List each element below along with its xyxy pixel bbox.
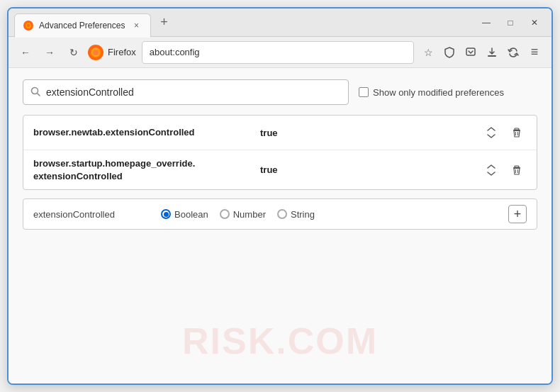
pref-name-2-line2: extensionControlled <box>33 171 123 181</box>
search-icon <box>30 86 40 99</box>
add-preference-row: extensionControlled Boolean Number Strin… <box>23 198 537 230</box>
preferences-table: browser.newtab.extensionControlled true <box>23 115 537 190</box>
nav-icons: ☆ <box>418 43 544 62</box>
pref-name-2-line1: browser.startup.homepage_override. <box>33 158 195 169</box>
pref-actions-1 <box>481 123 527 142</box>
boolean-label: Boolean <box>174 209 208 220</box>
firefox-wordmark: Firefox <box>108 47 136 57</box>
pref-delete-btn-2[interactable] <box>507 160 527 180</box>
show-modified-row: Show only modified preferences <box>359 87 504 98</box>
add-preference-button[interactable]: + <box>508 205 527 223</box>
tab-title: Advanced Preferences <box>39 21 125 30</box>
shield-button[interactable] <box>439 43 459 62</box>
window-controls: — □ ✕ <box>475 13 546 33</box>
minimize-button[interactable]: — <box>475 13 498 33</box>
bookmark-star-button[interactable]: ☆ <box>418 43 438 62</box>
firefox-logo <box>88 45 103 60</box>
watermark: RISK.COM <box>182 320 378 362</box>
pref-name-2: browser.startup.homepage_override. exten… <box>33 157 253 182</box>
string-radio-option[interactable]: String <box>277 209 315 220</box>
pref-name-1: browser.newtab.extensionControlled <box>33 126 253 139</box>
svg-rect-14 <box>515 166 519 167</box>
type-radio-group: Boolean Number String <box>161 209 494 220</box>
number-radio-circle <box>220 209 230 219</box>
nav-bar: ← → ↻ Firefox about:config ☆ <box>9 37 551 68</box>
page-content: RISK.COM Show only modified preferences <box>9 68 551 383</box>
pref-row-2: browser.startup.homepage_override. exten… <box>23 150 537 189</box>
menu-button[interactable]: ≡ <box>525 43 544 62</box>
svg-rect-10 <box>515 128 519 130</box>
number-label: Number <box>233 209 266 220</box>
maximize-button[interactable]: □ <box>499 13 522 33</box>
pref-toggle-btn-2[interactable] <box>481 160 501 180</box>
reload-button[interactable]: ↻ <box>64 43 84 62</box>
address-bar[interactable]: about:config <box>142 41 414 64</box>
close-button[interactable]: ✕ <box>523 13 546 33</box>
string-radio-circle <box>277 209 287 219</box>
tab-close-button[interactable]: × <box>130 20 142 31</box>
search-bar-row: Show only modified preferences <box>23 79 537 105</box>
pocket-button[interactable] <box>461 43 481 62</box>
svg-point-2 <box>27 24 30 27</box>
active-tab[interactable]: Advanced Preferences × <box>14 13 151 38</box>
pref-toggle-btn-1[interactable] <box>481 123 501 142</box>
boolean-radio-circle <box>161 209 171 219</box>
forward-button[interactable]: → <box>40 43 60 62</box>
pref-delete-btn-1[interactable] <box>507 123 527 142</box>
pref-search-box[interactable] <box>23 79 349 105</box>
sync-button[interactable] <box>503 43 523 62</box>
show-modified-checkbox[interactable] <box>359 87 369 97</box>
new-pref-name: extensionControlled <box>33 209 147 220</box>
string-label: String <box>291 209 315 220</box>
search-input[interactable] <box>46 86 341 98</box>
pref-value-2: true <box>260 164 474 175</box>
boolean-radio-option[interactable]: Boolean <box>161 209 208 220</box>
downloads-button[interactable] <box>482 43 502 62</box>
title-bar: Advanced Preferences × + — □ ✕ <box>9 9 551 37</box>
tab-favicon <box>23 21 33 30</box>
number-radio-option[interactable]: Number <box>220 209 266 220</box>
browser-window: Advanced Preferences × + — □ ✕ ← → ↻ Fir… <box>7 7 553 385</box>
pref-value-1: true <box>260 128 474 138</box>
svg-line-9 <box>38 93 40 96</box>
show-modified-label: Show only modified preferences <box>373 87 504 98</box>
svg-rect-7 <box>488 55 496 57</box>
new-tab-button[interactable]: + <box>154 13 174 33</box>
svg-rect-6 <box>466 48 475 55</box>
pref-row-1: browser.newtab.extensionControlled true <box>23 116 537 150</box>
pref-actions-2 <box>481 160 527 180</box>
back-button[interactable]: ← <box>16 43 35 62</box>
address-text: about:config <box>150 47 200 57</box>
